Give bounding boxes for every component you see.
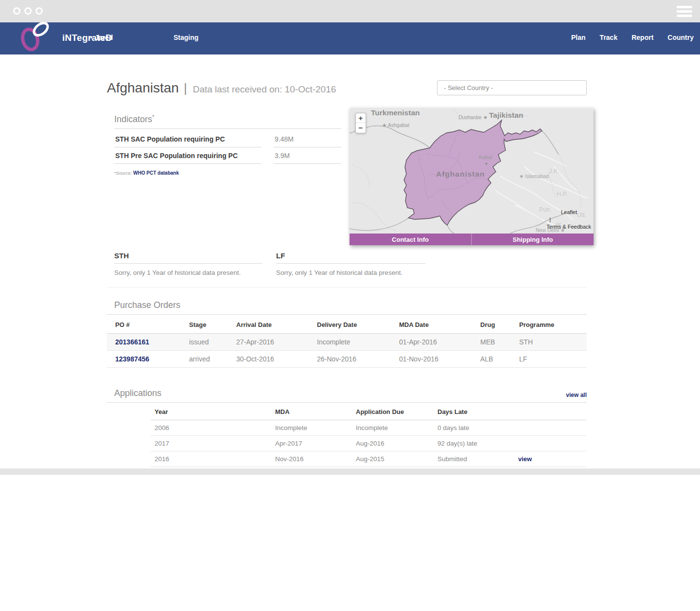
programmes-row: STH Sorry, only 1 Year of historical dat… [107, 252, 587, 276]
mda-date-cell: 01-Nov-2016 [399, 351, 480, 368]
leaflet-attribution[interactable]: Leaflet [546, 209, 577, 216]
applications-heading: Applications [114, 388, 161, 398]
programme-message: Sorry, only 1 Year of historical data pr… [276, 269, 425, 276]
window-circle-icon[interactable] [35, 7, 43, 15]
country-select-placeholder: - Select Country - [444, 84, 493, 91]
map-label: H.P. [557, 191, 568, 198]
column-header: Drug [480, 315, 519, 334]
table-row: 123987456 arrived 30-Oct-2016 26-Nov-201… [107, 351, 587, 368]
view-all-link[interactable]: view all [566, 392, 587, 398]
application-due-cell: Aug-2015 [356, 451, 438, 467]
footer-strip [0, 468, 700, 475]
programme-sth: STH Sorry, only 1 Year of historical dat… [114, 252, 262, 276]
purchase-orders-section: Purchase Orders PO # Stage Arrival Date … [107, 300, 587, 368]
divider [114, 128, 341, 129]
window-chrome-bar [0, 0, 700, 22]
column-header: Stage [189, 315, 236, 334]
page: iNTegrateD ▾Jared Staging Plan Track Rep… [0, 0, 700, 611]
zoom-out-button[interactable]: − [356, 123, 366, 133]
indicator-row: STH Pre SAC Population requiring PC 3.9M [114, 147, 341, 164]
divider [107, 402, 587, 403]
programme-lf: LF Sorry, only 1 Year of historical data… [276, 252, 425, 276]
map-label: Turkmenistan [371, 108, 420, 117]
asterisk: * [152, 114, 154, 120]
source-note: *Source: WHO PCT databank [114, 170, 341, 176]
column-header: Delivery Date [317, 315, 399, 334]
indicator-value: 9.48M [274, 131, 341, 147]
programme-message: Sorry, only 1 Year of historical data pr… [114, 269, 262, 276]
po-number-link[interactable]: 201366161 [115, 338, 149, 346]
indicator-row: STH SAC Population requiring PC 9.48M [114, 131, 341, 147]
page-title: Afghanistan [107, 80, 179, 96]
applications-table: Year MDA Application Due Days Late 2006 … [151, 403, 587, 467]
navbar: iNTegrateD ▾Jared Staging Plan Track Rep… [0, 22, 700, 54]
column-header: Year [151, 403, 275, 420]
table-row: 2017 Apr-2017 Aug-2016 92 day(s) late [151, 436, 587, 451]
arrival-date-cell: 30-Oct-2016 [236, 351, 317, 368]
column-header: Days Late [438, 403, 518, 420]
mda-date-cell: 01-Apr-2016 [399, 334, 480, 351]
divider [276, 263, 425, 264]
application-due-cell: Aug-2016 [356, 436, 438, 451]
main-content: Afghanistan | Data last received on: 10-… [107, 54, 587, 467]
table-row: 2006 Incomplete Incomplete 0 days late [151, 420, 587, 436]
nav-link-plan[interactable]: Plan [571, 34, 586, 41]
column-header: Programme [519, 315, 587, 334]
column-header: Arrival Date [236, 315, 317, 334]
indicators-section: Indicators* STH SAC Population requiring… [107, 108, 350, 245]
terms-feedback-link[interactable]: Terms & Feedback [546, 223, 591, 231]
hamburger-menu-icon[interactable] [677, 6, 692, 17]
window-controls [13, 7, 43, 15]
map-buttons: Contact Info Shipping Info [350, 234, 594, 245]
nav-link-track[interactable]: Track [600, 34, 618, 41]
programme-heading: LF [276, 252, 425, 260]
zoom-in-button[interactable]: + [356, 113, 366, 123]
arrival-date-cell: 27-Apr-2016 [236, 334, 317, 351]
divider [114, 263, 262, 264]
user-menu[interactable]: ▾Jared [90, 34, 113, 41]
map-zoom-control: + − [355, 113, 366, 133]
environment-label: Staging [174, 34, 198, 41]
indicators-map-row: Indicators* STH SAC Population requiring… [107, 108, 594, 245]
po-number-link[interactable]: 123987456 [115, 355, 149, 363]
programme-heading: STH [114, 252, 262, 260]
nav-links: Plan Track Report Country [571, 34, 694, 41]
source-link[interactable]: WHO PCT databank [133, 170, 179, 176]
stage-cell: issued [189, 334, 236, 351]
action-cell [518, 436, 587, 451]
map-attribution: Leaflet | Terms & Feedback [546, 209, 592, 231]
shipping-info-button[interactable]: Shipping Info [472, 234, 594, 245]
source-prefix: *Source: [114, 170, 132, 176]
indicator-value: 3.9M [274, 147, 341, 164]
view-application-link[interactable]: view [518, 455, 532, 463]
days-late-cell: 0 days late [438, 420, 518, 436]
table-row: 201366161 issued 27-Apr-2016 Incomplete … [107, 334, 587, 351]
chevron-down-icon: ▾ [90, 35, 92, 40]
country-select[interactable]: - Select Country - [437, 80, 587, 95]
column-header: PO # [107, 315, 189, 334]
mda-cell: Nov-2016 [275, 451, 356, 467]
days-late-cell: Submitted [438, 451, 518, 467]
country-map[interactable]: TurkmenistanDushanbe ★Tajikistan★ Ashgab… [350, 108, 594, 245]
nav-link-country[interactable]: Country [667, 34, 694, 41]
window-circle-icon[interactable] [13, 7, 20, 15]
nav-link-report[interactable]: Report [631, 34, 653, 41]
section-divider [107, 287, 587, 288]
map-label: Tajikistan [489, 111, 523, 119]
programme-cell: STH [519, 334, 587, 351]
map-label: Kabul [479, 154, 492, 160]
stage-cell: arrived [189, 351, 236, 368]
last-received-subtitle: Data last received on: 10-Oct-2016 [193, 84, 336, 95]
column-header: Application Due [356, 403, 438, 420]
user-name: Jared [95, 34, 113, 41]
column-header: MDA Date [399, 315, 480, 334]
contact-info-button[interactable]: Contact Info [350, 234, 472, 245]
mda-cell: Apr-2017 [275, 436, 356, 451]
indicators-table: STH SAC Population requiring PC 9.48M ST… [114, 131, 341, 164]
window-circle-icon[interactable] [24, 7, 32, 15]
title-separator: | [184, 81, 187, 96]
delivery-date-cell: 26-Nov-2016 [317, 351, 399, 368]
year-cell: 2017 [151, 436, 275, 451]
column-header [518, 403, 587, 420]
applications-section: Applications view all Year MDA Applicati… [107, 388, 587, 467]
